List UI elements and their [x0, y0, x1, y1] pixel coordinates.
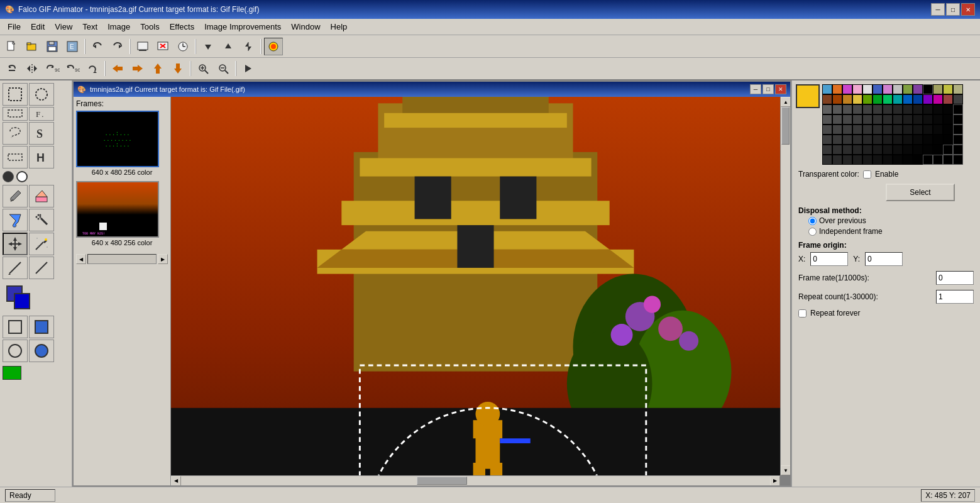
palette-cell[interactable] [923, 124, 933, 135]
palette-cell[interactable] [862, 155, 873, 165]
minimize-button[interactable]: ─ [931, 3, 945, 16]
ellipse-fill-tool[interactable] [29, 340, 54, 362]
menu-view[interactable]: View [50, 20, 77, 33]
palette-cell[interactable] [933, 114, 943, 124]
menu-window[interactable]: Window [286, 20, 325, 33]
palette-cell[interactable] [913, 104, 923, 114]
palette-cell[interactable] [832, 135, 842, 145]
frame-item-1[interactable]: ...:..............:... 640 x 480 256 col… [76, 111, 168, 176]
palette-cell[interactable] [913, 84, 923, 94]
over-previous-radio[interactable] [808, 217, 817, 225]
inner-maximize-button[interactable]: □ [763, 84, 774, 94]
canvas-scroll-left[interactable]: ◀ [171, 476, 181, 486]
palette-cell[interactable] [862, 114, 873, 124]
eyedropper-tool[interactable] [3, 185, 28, 207]
palette-cell[interactable] [852, 114, 862, 124]
magic-wand-tool[interactable] [29, 233, 54, 255]
preview-button[interactable] [133, 38, 152, 55]
palette-cell[interactable] [842, 145, 852, 155]
frames-scroll-left[interactable]: ◀ [76, 254, 86, 264]
rect-outline-tool[interactable] [3, 316, 28, 338]
independent-frame-radio[interactable] [808, 228, 817, 236]
palette-cell[interactable] [953, 155, 963, 165]
palette-cell[interactable] [943, 104, 953, 114]
palette-cell[interactable] [822, 135, 832, 145]
frames-scroll-thumb[interactable] [87, 254, 157, 264]
palette-cell[interactable] [883, 104, 893, 114]
delete-frame-button[interactable] [153, 38, 172, 55]
canvas-scroll-up[interactable]: ▲ [781, 97, 790, 107]
eraser-tool[interactable] [29, 185, 54, 207]
palette-cell[interactable] [943, 145, 953, 155]
maximize-button[interactable]: □ [946, 3, 960, 16]
palette-cell[interactable] [913, 114, 923, 124]
export-button[interactable]: E [63, 38, 82, 55]
palette-cell[interactable] [913, 135, 923, 145]
select-lasso-tool[interactable] [3, 122, 28, 145]
rotate-ccw90-button[interactable]: 90° [63, 60, 82, 77]
palette-cell[interactable] [943, 84, 953, 94]
palette-cell[interactable] [852, 135, 862, 145]
flip-button[interactable] [239, 38, 258, 55]
palette-cell[interactable] [943, 94, 953, 104]
palette-cell[interactable] [873, 145, 883, 155]
palette-cell[interactable] [953, 135, 963, 145]
palette-cell[interactable] [862, 94, 873, 104]
select-ellipse-tool[interactable] [29, 83, 54, 106]
frame-thumb-1[interactable]: ...:..............:... [76, 111, 159, 167]
flip-horizontal-button[interactable] [23, 60, 41, 77]
palette-cell[interactable] [923, 84, 933, 94]
palette-cell[interactable] [943, 114, 953, 124]
canvas-hscroll-thumb[interactable] [417, 477, 467, 485]
palette-cell[interactable] [842, 124, 852, 135]
small-circle-tool[interactable] [16, 171, 28, 182]
palette-cell[interactable] [933, 104, 943, 114]
palette-cell[interactable] [923, 104, 933, 114]
menu-file[interactable]: File [3, 20, 26, 33]
palette-cell[interactable] [873, 135, 883, 145]
rect-fill-tool[interactable] [29, 316, 54, 338]
rotate-cw90-button[interactable]: 90° [43, 60, 62, 77]
palette-cell[interactable] [953, 104, 963, 114]
palette-cell[interactable] [873, 155, 883, 165]
record-button[interactable] [264, 38, 283, 55]
palette-cell[interactable] [903, 104, 913, 114]
palette-cell[interactable] [832, 155, 842, 165]
canvas-vscroll-track[interactable] [781, 107, 790, 465]
palette-cell[interactable] [933, 84, 943, 94]
canvas-hscroll-track[interactable] [181, 476, 770, 485]
menu-edit[interactable]: Edit [26, 20, 50, 33]
background-color[interactable] [14, 293, 30, 309]
palette-cell[interactable] [923, 135, 933, 145]
palette-cell[interactable] [933, 94, 943, 104]
arrow-left-button[interactable] [108, 60, 127, 77]
palette-cell[interactable] [873, 124, 883, 135]
canvas-scroll-down[interactable]: ▼ [781, 465, 790, 475]
palette-cell[interactable] [933, 124, 943, 135]
palette-cell[interactable] [933, 155, 943, 165]
move-up-button[interactable] [219, 38, 238, 55]
frame-rate-input[interactable]: 0 [936, 271, 974, 285]
palette-cell[interactable] [893, 124, 903, 135]
palette-cell[interactable] [953, 124, 963, 135]
canvas-scroll-right[interactable]: ▶ [770, 476, 780, 486]
palette-cell[interactable] [862, 145, 873, 155]
menu-image[interactable]: Image [102, 20, 135, 33]
palette-cell[interactable] [822, 94, 832, 104]
palette-cell[interactable] [832, 84, 842, 94]
canvas-vscroll-thumb[interactable] [781, 107, 790, 145]
green-color-swatch[interactable] [3, 366, 21, 380]
palette-cell[interactable] [913, 94, 923, 104]
palette-cell[interactable] [822, 124, 832, 135]
palette-cell[interactable] [883, 94, 893, 104]
palette-cell[interactable] [852, 145, 862, 155]
palette-cell[interactable] [883, 84, 893, 94]
canvas-area[interactable]: TOO MANY NINJAS! ▲ ▼ ◀ [171, 97, 790, 485]
palette-cell[interactable] [893, 114, 903, 124]
palette-cell[interactable] [913, 145, 923, 155]
palette-cell[interactable] [873, 94, 883, 104]
frame-thumb-2[interactable]: TOO MNY NJS! [76, 181, 159, 238]
new-button[interactable] [3, 38, 21, 55]
palette-cell[interactable] [913, 155, 923, 165]
rotate-left-button[interactable] [3, 60, 21, 77]
